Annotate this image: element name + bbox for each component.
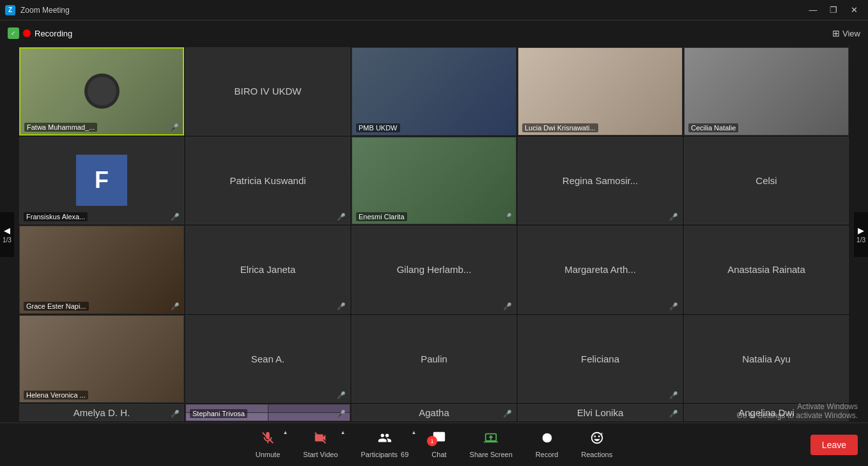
participant-name-7: Patricia Kuswandi: [227, 173, 308, 189]
right-page-indicator: 1/3: [856, 237, 865, 244]
participant-cell-10: Celsi: [684, 137, 849, 225]
unmute-button[interactable]: ▲ Unmute: [244, 423, 292, 466]
mute-icon-17: 🎤: [337, 391, 346, 400]
participant-name-10: Celsi: [753, 173, 779, 189]
share-screen-button[interactable]: Share Screen: [458, 423, 524, 466]
window-title: Zoom Meeting: [20, 6, 70, 15]
participant-cell-3: PMB UKDW: [352, 47, 516, 136]
reactions-button[interactable]: + Reactions: [570, 423, 624, 466]
mute-icon-21: 🎤: [171, 410, 180, 418]
mute-icon-19: 🎤: [669, 391, 678, 400]
participant-name-18: Paulin: [418, 351, 450, 367]
unmute-icon: [261, 431, 275, 449]
video-icon: [313, 431, 327, 449]
mute-icon-12: 🎤: [337, 302, 346, 311]
participant-cell-15: Anastasia Rainata: [684, 226, 849, 314]
participant-cell-16: Helena Veronica ...: [19, 315, 184, 403]
participant-name-5: Cecilia Natalie: [688, 123, 738, 132]
participant-cell-12: Elrica Janeta 🎤: [185, 226, 350, 314]
title-bar-left: Z Zoom Meeting: [5, 5, 70, 15]
mute-icon-7: 🎤: [337, 213, 346, 221]
mute-icon-22: 🎤: [337, 410, 346, 418]
participant-cell-11: Grace Ester Napi... 🎤: [19, 226, 184, 314]
zoom-icon: Z: [5, 5, 15, 15]
participant-cell-9: Regina Samosir... 🎤: [518, 137, 683, 225]
video-caret: ▲: [341, 430, 346, 435]
participant-cell-21: Amelya D. H. 🎤: [19, 404, 184, 421]
record-icon: [540, 431, 554, 449]
participant-cell-17: Sean A. 🎤: [185, 315, 350, 403]
participant-name-12: Elrica Janeta: [238, 261, 298, 277]
reactions-icon: +: [590, 431, 604, 449]
start-video-label: Start Video: [303, 451, 337, 458]
video-grid: Fatwa Muhammad_... 🎤 BIRO IV UKDW PMB UK…: [0, 46, 868, 423]
participant-name-25: Angelina Dwi: [736, 405, 797, 421]
recording-dot: [23, 29, 31, 37]
participant-cell-19: Feliciana 🎤: [518, 315, 683, 403]
participant-name-20: Natalia Ayu: [740, 351, 793, 367]
recording-badge: ✓ Recording: [8, 27, 72, 39]
main-content: ◀ 1/3 Fatwa Muhammad_... 🎤 BIRO IV UKDW: [0, 46, 868, 423]
participant-name-23: Agatha: [416, 405, 452, 421]
unmute-label: Unmute: [256, 451, 281, 458]
participant-cell-23: Agatha 🎤: [352, 404, 516, 421]
participant-name-8: Enesmi Clarita: [356, 212, 407, 221]
participant-name-22: Stephani Trivosa: [190, 409, 247, 418]
maximize-button[interactable]: ❐: [825, 3, 842, 17]
avatar-F: F: [76, 155, 127, 206]
view-button[interactable]: ⊞ View: [832, 28, 860, 38]
mute-icon-6: 🎤: [171, 213, 180, 221]
view-label: View: [842, 29, 860, 38]
next-page-button[interactable]: ▶ 1/3: [854, 212, 868, 257]
participant-cell-8: Enesmi Clarita 🎤: [352, 137, 516, 225]
mute-icon-14: 🎤: [669, 302, 678, 311]
grid-icon: ⊞: [832, 28, 840, 38]
bottom-toolbar: ▲ Unmute ▲ Start Video ▲ Participants 69: [0, 423, 868, 466]
minimize-button[interactable]: —: [804, 3, 822, 17]
participant-cell-20: Natalia Ayu: [684, 315, 849, 403]
recording-label: Recording: [35, 29, 72, 38]
participant-name-16: Helena Veronica ...: [24, 391, 88, 400]
participants-label: Participants 69: [361, 451, 409, 458]
mute-icon-24: 🎤: [669, 410, 678, 418]
chat-button[interactable]: 1 Chat: [420, 423, 458, 466]
svg-text:+: +: [600, 431, 603, 437]
title-bar: Z Zoom Meeting — ❐ ✕: [0, 0, 868, 20]
participant-name-14: Margareta Arth...: [562, 261, 639, 277]
unmute-caret: ▲: [283, 430, 288, 435]
start-video-button[interactable]: ▲ Start Video: [291, 423, 349, 466]
participant-name-24: Elvi Lonika: [575, 405, 626, 421]
participant-cell-4: Lucia Dwi Krisnawati...: [518, 47, 683, 136]
window-controls: — ❐ ✕: [804, 3, 863, 17]
svg-point-3: [542, 433, 552, 443]
mute-icon-11: 🎤: [171, 302, 180, 311]
share-screen-label: Share Screen: [470, 451, 513, 458]
participant-name-21: Amelya D. H.: [71, 405, 132, 421]
participant-name-17: Sean A.: [249, 351, 288, 367]
right-arrow-icon: ▶: [858, 226, 864, 235]
participant-cell-14: Margareta Arth... 🎤: [518, 226, 683, 314]
participant-name-9: Regina Samosir...: [560, 173, 640, 189]
participant-cell-18: Paulin: [352, 315, 516, 403]
participant-name-2: BIRO IV UKDW: [231, 83, 304, 99]
record-button[interactable]: Record: [524, 423, 570, 466]
participant-name-11: Grace Ester Napi...: [24, 302, 89, 311]
participants-button[interactable]: ▲ Participants 69: [350, 423, 421, 466]
participant-cell-2: BIRO IV UKDW: [185, 47, 350, 136]
prev-page-button[interactable]: ◀ 1/3: [0, 212, 14, 257]
participant-name-19: Feliciana: [578, 351, 622, 367]
mute-icon-9: 🎤: [669, 213, 678, 221]
reactions-label: Reactions: [581, 451, 612, 458]
participant-cell-13: Gilang Herlamb... 🎤: [352, 226, 516, 314]
mute-icon-13: 🎤: [503, 302, 512, 311]
participants-icon: [378, 431, 392, 449]
participant-cell-22: Stephani Trivosa 🎤: [185, 404, 350, 421]
participant-cell-7: Patricia Kuswandi 🎤: [185, 137, 350, 225]
leave-button[interactable]: Leave: [810, 435, 858, 455]
participant-cell-24: Elvi Lonika 🎤: [518, 404, 683, 421]
participant-name-4: Lucia Dwi Krisnawati...: [522, 123, 598, 132]
chat-badge: 1: [427, 436, 437, 446]
participant-cell-1: Fatwa Muhammad_... 🎤: [19, 47, 184, 136]
mute-icon-8: 🎤: [503, 213, 512, 221]
close-button[interactable]: ✕: [845, 3, 863, 17]
